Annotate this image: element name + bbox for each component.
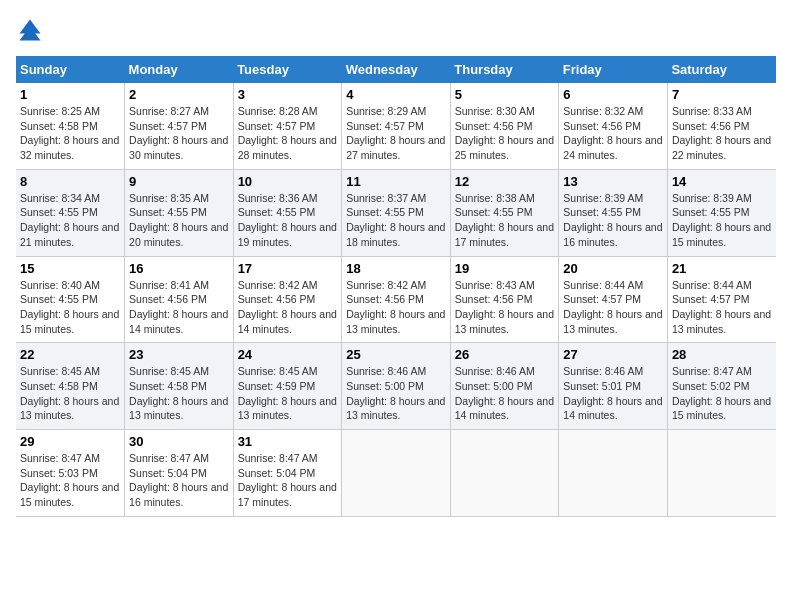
calendar-cell: 28 Sunrise: 8:47 AM Sunset: 5:02 PM Dayl… — [667, 343, 776, 430]
calendar-cell: 4 Sunrise: 8:29 AM Sunset: 4:57 PM Dayli… — [342, 83, 451, 169]
day-number: 31 — [238, 434, 338, 449]
day-info: Sunrise: 8:37 AM Sunset: 4:55 PM Dayligh… — [346, 192, 445, 248]
calendar-cell — [559, 430, 668, 517]
calendar-table: SundayMondayTuesdayWednesdayThursdayFrid… — [16, 56, 776, 517]
day-info: Sunrise: 8:40 AM Sunset: 4:55 PM Dayligh… — [20, 279, 119, 335]
day-number: 1 — [20, 87, 120, 102]
day-info: Sunrise: 8:47 AM Sunset: 5:02 PM Dayligh… — [672, 365, 771, 421]
day-number: 30 — [129, 434, 229, 449]
week-row-5: 29 Sunrise: 8:47 AM Sunset: 5:03 PM Dayl… — [16, 430, 776, 517]
day-info: Sunrise: 8:25 AM Sunset: 4:58 PM Dayligh… — [20, 105, 119, 161]
calendar-cell: 30 Sunrise: 8:47 AM Sunset: 5:04 PM Dayl… — [125, 430, 234, 517]
column-header-monday: Monday — [125, 56, 234, 83]
column-header-thursday: Thursday — [450, 56, 559, 83]
page-header — [16, 16, 776, 44]
calendar-cell — [667, 430, 776, 517]
column-header-friday: Friday — [559, 56, 668, 83]
day-number: 6 — [563, 87, 663, 102]
day-info: Sunrise: 8:46 AM Sunset: 5:00 PM Dayligh… — [455, 365, 554, 421]
calendar-cell: 29 Sunrise: 8:47 AM Sunset: 5:03 PM Dayl… — [16, 430, 125, 517]
day-number: 2 — [129, 87, 229, 102]
calendar-cell: 12 Sunrise: 8:38 AM Sunset: 4:55 PM Dayl… — [450, 169, 559, 256]
day-info: Sunrise: 8:39 AM Sunset: 4:55 PM Dayligh… — [563, 192, 662, 248]
day-number: 7 — [672, 87, 772, 102]
calendar-cell — [342, 430, 451, 517]
calendar-cell: 7 Sunrise: 8:33 AM Sunset: 4:56 PM Dayli… — [667, 83, 776, 169]
calendar-cell: 17 Sunrise: 8:42 AM Sunset: 4:56 PM Dayl… — [233, 256, 342, 343]
calendar-cell: 3 Sunrise: 8:28 AM Sunset: 4:57 PM Dayli… — [233, 83, 342, 169]
day-number: 26 — [455, 347, 555, 362]
day-info: Sunrise: 8:36 AM Sunset: 4:55 PM Dayligh… — [238, 192, 337, 248]
calendar-cell: 15 Sunrise: 8:40 AM Sunset: 4:55 PM Dayl… — [16, 256, 125, 343]
day-number: 5 — [455, 87, 555, 102]
calendar-cell: 8 Sunrise: 8:34 AM Sunset: 4:55 PM Dayli… — [16, 169, 125, 256]
day-number: 10 — [238, 174, 338, 189]
svg-marker-0 — [20, 20, 41, 41]
calendar-cell: 26 Sunrise: 8:46 AM Sunset: 5:00 PM Dayl… — [450, 343, 559, 430]
day-number: 17 — [238, 261, 338, 276]
day-info: Sunrise: 8:28 AM Sunset: 4:57 PM Dayligh… — [238, 105, 337, 161]
day-info: Sunrise: 8:41 AM Sunset: 4:56 PM Dayligh… — [129, 279, 228, 335]
column-header-wednesday: Wednesday — [342, 56, 451, 83]
day-number: 16 — [129, 261, 229, 276]
calendar-cell: 22 Sunrise: 8:45 AM Sunset: 4:58 PM Dayl… — [16, 343, 125, 430]
calendar-cell: 19 Sunrise: 8:43 AM Sunset: 4:56 PM Dayl… — [450, 256, 559, 343]
calendar-cell: 14 Sunrise: 8:39 AM Sunset: 4:55 PM Dayl… — [667, 169, 776, 256]
day-info: Sunrise: 8:45 AM Sunset: 4:58 PM Dayligh… — [20, 365, 119, 421]
day-info: Sunrise: 8:42 AM Sunset: 4:56 PM Dayligh… — [346, 279, 445, 335]
calendar-cell — [450, 430, 559, 517]
day-info: Sunrise: 8:46 AM Sunset: 5:00 PM Dayligh… — [346, 365, 445, 421]
calendar-header-row: SundayMondayTuesdayWednesdayThursdayFrid… — [16, 56, 776, 83]
day-info: Sunrise: 8:47 AM Sunset: 5:04 PM Dayligh… — [129, 452, 228, 508]
day-number: 24 — [238, 347, 338, 362]
calendar-cell: 20 Sunrise: 8:44 AM Sunset: 4:57 PM Dayl… — [559, 256, 668, 343]
day-info: Sunrise: 8:47 AM Sunset: 5:03 PM Dayligh… — [20, 452, 119, 508]
calendar-cell: 11 Sunrise: 8:37 AM Sunset: 4:55 PM Dayl… — [342, 169, 451, 256]
day-info: Sunrise: 8:29 AM Sunset: 4:57 PM Dayligh… — [346, 105, 445, 161]
week-row-3: 15 Sunrise: 8:40 AM Sunset: 4:55 PM Dayl… — [16, 256, 776, 343]
day-info: Sunrise: 8:32 AM Sunset: 4:56 PM Dayligh… — [563, 105, 662, 161]
week-row-1: 1 Sunrise: 8:25 AM Sunset: 4:58 PM Dayli… — [16, 83, 776, 169]
day-info: Sunrise: 8:45 AM Sunset: 4:59 PM Dayligh… — [238, 365, 337, 421]
calendar-cell: 21 Sunrise: 8:44 AM Sunset: 4:57 PM Dayl… — [667, 256, 776, 343]
calendar-cell: 16 Sunrise: 8:41 AM Sunset: 4:56 PM Dayl… — [125, 256, 234, 343]
day-info: Sunrise: 8:39 AM Sunset: 4:55 PM Dayligh… — [672, 192, 771, 248]
day-info: Sunrise: 8:35 AM Sunset: 4:55 PM Dayligh… — [129, 192, 228, 248]
day-number: 12 — [455, 174, 555, 189]
day-number: 23 — [129, 347, 229, 362]
logo — [16, 16, 48, 44]
day-number: 13 — [563, 174, 663, 189]
calendar-cell: 25 Sunrise: 8:46 AM Sunset: 5:00 PM Dayl… — [342, 343, 451, 430]
calendar-cell: 1 Sunrise: 8:25 AM Sunset: 4:58 PM Dayli… — [16, 83, 125, 169]
day-info: Sunrise: 8:38 AM Sunset: 4:55 PM Dayligh… — [455, 192, 554, 248]
calendar-cell: 27 Sunrise: 8:46 AM Sunset: 5:01 PM Dayl… — [559, 343, 668, 430]
day-number: 29 — [20, 434, 120, 449]
day-number: 8 — [20, 174, 120, 189]
day-info: Sunrise: 8:42 AM Sunset: 4:56 PM Dayligh… — [238, 279, 337, 335]
day-info: Sunrise: 8:30 AM Sunset: 4:56 PM Dayligh… — [455, 105, 554, 161]
day-info: Sunrise: 8:45 AM Sunset: 4:58 PM Dayligh… — [129, 365, 228, 421]
day-number: 11 — [346, 174, 446, 189]
calendar-cell: 2 Sunrise: 8:27 AM Sunset: 4:57 PM Dayli… — [125, 83, 234, 169]
day-info: Sunrise: 8:46 AM Sunset: 5:01 PM Dayligh… — [563, 365, 662, 421]
week-row-4: 22 Sunrise: 8:45 AM Sunset: 4:58 PM Dayl… — [16, 343, 776, 430]
column-header-sunday: Sunday — [16, 56, 125, 83]
day-number: 22 — [20, 347, 120, 362]
week-row-2: 8 Sunrise: 8:34 AM Sunset: 4:55 PM Dayli… — [16, 169, 776, 256]
day-number: 3 — [238, 87, 338, 102]
calendar-cell: 23 Sunrise: 8:45 AM Sunset: 4:58 PM Dayl… — [125, 343, 234, 430]
day-info: Sunrise: 8:47 AM Sunset: 5:04 PM Dayligh… — [238, 452, 337, 508]
day-info: Sunrise: 8:34 AM Sunset: 4:55 PM Dayligh… — [20, 192, 119, 248]
day-number: 21 — [672, 261, 772, 276]
day-number: 25 — [346, 347, 446, 362]
column-header-tuesday: Tuesday — [233, 56, 342, 83]
column-header-saturday: Saturday — [667, 56, 776, 83]
day-number: 14 — [672, 174, 772, 189]
calendar-cell: 6 Sunrise: 8:32 AM Sunset: 4:56 PM Dayli… — [559, 83, 668, 169]
day-number: 18 — [346, 261, 446, 276]
day-number: 15 — [20, 261, 120, 276]
calendar-cell: 13 Sunrise: 8:39 AM Sunset: 4:55 PM Dayl… — [559, 169, 668, 256]
day-info: Sunrise: 8:44 AM Sunset: 4:57 PM Dayligh… — [563, 279, 662, 335]
day-number: 9 — [129, 174, 229, 189]
day-number: 28 — [672, 347, 772, 362]
